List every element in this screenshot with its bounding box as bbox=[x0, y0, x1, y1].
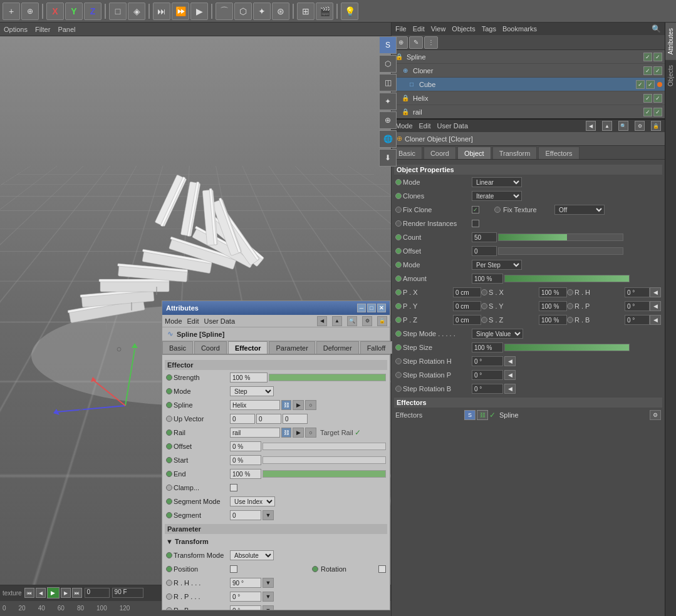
cp-fixclone-radio[interactable] bbox=[395, 207, 402, 213]
viewport-icon-2[interactable]: ⬡ bbox=[379, 55, 397, 73]
toolbar-scene-btn[interactable]: ◈ bbox=[128, 3, 145, 20]
side-vtab-objects[interactable]: Objects bbox=[665, 59, 676, 91]
toolbar-transform-btn[interactable]: ⊕ bbox=[21, 3, 39, 20]
cp-steproth-radio[interactable] bbox=[395, 358, 402, 364]
cp-steprotp-input[interactable] bbox=[472, 370, 503, 380]
end-frame-field[interactable]: 90 F bbox=[112, 588, 143, 598]
om-bookmarks[interactable]: Bookmarks bbox=[502, 25, 537, 33]
attr-mode-dropdown[interactable]: Step bbox=[230, 386, 274, 396]
attr-transformmode-dropdown[interactable]: Absolute bbox=[230, 550, 274, 560]
cp-fixclone-check[interactable]: ✓ bbox=[472, 206, 479, 213]
rail-lock-check[interactable]: ✓ bbox=[653, 108, 662, 116]
cloner-lock-check[interactable]: ✓ bbox=[653, 66, 662, 75]
step-back-btn[interactable]: ◀ bbox=[36, 588, 46, 598]
cp-fixtexture-dropdown[interactable]: Off bbox=[554, 205, 605, 215]
toolbar-fields-btn[interactable]: ⊛ bbox=[272, 3, 289, 20]
cp-sz-input[interactable] bbox=[539, 315, 567, 325]
attr-search-btn[interactable]: 🔍 bbox=[347, 316, 357, 326]
om-edit[interactable]: Edit bbox=[413, 25, 425, 33]
cp-mode2-dropdown[interactable]: Per Step bbox=[472, 260, 522, 270]
attr-strength-radio[interactable] bbox=[166, 374, 172, 381]
attr-tab-basic[interactable]: Basic bbox=[162, 341, 193, 354]
attr-rb-btn[interactable]: ▼ bbox=[263, 605, 274, 610]
viewport-panel[interactable]: Panel bbox=[58, 26, 75, 33]
cp-steproth-input[interactable] bbox=[472, 356, 503, 366]
cp-pz-radio[interactable] bbox=[395, 317, 402, 323]
attr-spline-radio[interactable] bbox=[166, 402, 172, 408]
attr-clamp-radio[interactable] bbox=[166, 485, 172, 491]
toolbar-y-axis-btn[interactable]: Y bbox=[65, 3, 83, 20]
toolbar-x-axis-btn[interactable]: X bbox=[46, 3, 64, 20]
cp-mode-radio[interactable] bbox=[395, 179, 402, 185]
toolbar-light-btn[interactable]: 💡 bbox=[341, 3, 358, 20]
om-row-helix[interactable]: 🔒 Helix ✓ ✓ bbox=[392, 91, 665, 105]
cp-px-radio[interactable] bbox=[395, 289, 402, 295]
attr-end-radio[interactable] bbox=[166, 471, 172, 477]
viewport-icon-1[interactable]: S bbox=[379, 36, 397, 54]
cp-settings[interactable]: ⚙ bbox=[635, 121, 645, 131]
cp-sx-input[interactable] bbox=[539, 287, 567, 297]
side-vtab-attributes[interactable]: Attributes bbox=[665, 23, 676, 59]
attr-rp-radio[interactable] bbox=[166, 593, 172, 600]
attr-tab-coord[interactable]: Coord bbox=[194, 341, 227, 354]
helix-visible-check[interactable]: ✓ bbox=[643, 94, 652, 103]
viewport-options[interactable]: Options bbox=[4, 26, 28, 33]
cp-nav-up[interactable]: ▲ bbox=[602, 121, 612, 131]
cp-rh-btn[interactable]: ◀ bbox=[650, 287, 661, 297]
attr-rb-input[interactable] bbox=[230, 605, 261, 610]
cp-amount-slider[interactable] bbox=[504, 275, 630, 282]
om-tool-3[interactable]: ⋮ bbox=[424, 36, 438, 49]
cp-pz-input[interactable] bbox=[453, 315, 481, 325]
cp-rp-input[interactable] bbox=[625, 301, 650, 311]
cp-steprotp-btn[interactable]: ◀ bbox=[504, 370, 516, 380]
attr-segmode-radio[interactable] bbox=[166, 498, 172, 505]
attr-maximize-btn[interactable]: □ bbox=[367, 304, 376, 312]
toolbar-anim3-btn[interactable]: ▶ bbox=[190, 3, 208, 20]
attr-offset-input[interactable] bbox=[230, 441, 261, 451]
attr-lock-btn[interactable]: 🔒 bbox=[377, 316, 387, 326]
attr-transformmode-radio[interactable] bbox=[166, 552, 172, 558]
attr-segment-input[interactable] bbox=[230, 510, 261, 520]
cp-steprotb-btn[interactable]: ◀ bbox=[504, 384, 516, 394]
attr-start-slider[interactable] bbox=[263, 456, 386, 464]
attr-upvec-radio[interactable] bbox=[166, 416, 172, 422]
viewport-icon-6[interactable]: 🌐 bbox=[379, 130, 397, 148]
viewport-icon-3[interactable]: ◫ bbox=[379, 74, 397, 91]
attr-tab-effector[interactable]: Effector bbox=[228, 341, 268, 354]
toolbar-deform-btn[interactable]: ⬡ bbox=[234, 3, 252, 20]
helix-lock-check[interactable]: ✓ bbox=[653, 94, 662, 103]
attr-segmode-dropdown[interactable]: Use Index bbox=[230, 496, 275, 506]
attr-clamp-check[interactable] bbox=[230, 484, 237, 491]
cp-steprotb-input[interactable] bbox=[472, 384, 503, 394]
cp-clones-radio[interactable] bbox=[395, 193, 402, 199]
cp-rb-btn[interactable]: ◀ bbox=[650, 315, 661, 325]
cp-py-radio[interactable] bbox=[395, 303, 402, 309]
attr-position-check[interactable]: ✓ bbox=[230, 565, 237, 573]
cp-count-radio[interactable] bbox=[395, 234, 402, 240]
toolbar-anim2-btn[interactable]: ⏩ bbox=[172, 3, 189, 20]
cp-stepsize-input[interactable] bbox=[472, 342, 503, 352]
attr-rail-stop-btn[interactable]: ○ bbox=[305, 428, 316, 438]
cp-offset-radio[interactable] bbox=[395, 248, 402, 254]
cp-user-data[interactable]: User Data bbox=[437, 122, 469, 130]
attr-rail-radio[interactable] bbox=[166, 429, 172, 436]
attr-offset-radio[interactable] bbox=[166, 443, 172, 449]
cp-amount-input[interactable] bbox=[472, 274, 503, 284]
toolbar-cube-btn[interactable]: □ bbox=[109, 3, 127, 20]
attr-user-data[interactable]: User Data bbox=[204, 317, 236, 325]
attr-minimize-btn[interactable]: ─ bbox=[357, 304, 366, 312]
om-row-spline[interactable]: 🔒 Spline ✓ ✓ bbox=[392, 50, 665, 64]
cp-sy-input[interactable] bbox=[539, 301, 567, 311]
cp-renderinst-radio[interactable] bbox=[395, 220, 402, 227]
attr-start-input[interactable] bbox=[230, 455, 261, 465]
attr-strength-input[interactable] bbox=[230, 372, 268, 382]
cp-rp-btn[interactable]: ◀ bbox=[650, 301, 661, 311]
attr-segment-radio[interactable] bbox=[166, 512, 172, 518]
attr-rail-play-btn[interactable]: ▶ bbox=[293, 428, 304, 438]
cp-mode-dropdown[interactable]: Linear bbox=[472, 177, 522, 187]
attr-end-slider[interactable] bbox=[263, 470, 386, 478]
cp-rh-input[interactable] bbox=[625, 287, 650, 297]
attr-rh-radio[interactable] bbox=[166, 580, 172, 586]
viewport-icon-7[interactable]: ⬇ bbox=[379, 149, 397, 167]
toolbar-anim1-btn[interactable]: ⏭ bbox=[153, 3, 170, 20]
